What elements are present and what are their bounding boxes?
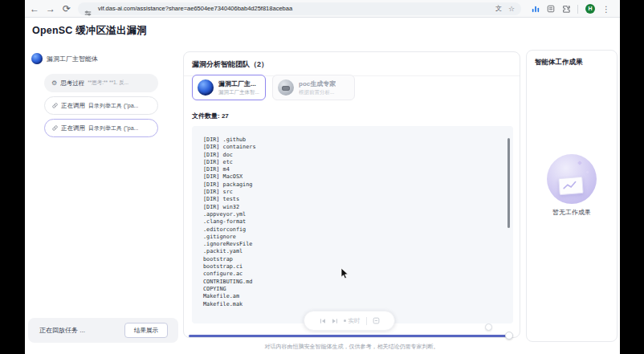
- scrubber-handle[interactable]: [505, 332, 513, 340]
- playback-status-text: 正在回放任务 ...: [39, 326, 85, 335]
- robot-avatar-icon: [278, 79, 294, 96]
- playbar-divider: [366, 317, 367, 325]
- toolbar-divider: [577, 5, 578, 14]
- step-tool-call-1[interactable]: 正在调用 目录列举工具 ("pa...: [44, 96, 158, 115]
- step-tool-call-2[interactable]: 正在调用 目录列举工具 ("pa...: [44, 119, 158, 137]
- analysis-panel: 漏洞分析智能团队（2） 漏洞工厂主... 漏洞工厂主体智... poc生成专家 …: [183, 51, 520, 338]
- show-results-button[interactable]: 结果展示: [124, 323, 168, 338]
- file-count-label: 文件数量: 27: [192, 112, 229, 120]
- step-label: 正在调用: [61, 102, 85, 110]
- realtime-label: 实时: [348, 317, 361, 325]
- realtime-toggle[interactable]: 实时: [344, 317, 361, 325]
- step-label: 思考过程: [60, 79, 84, 87]
- file-listing: [DIR] .github [DIR] containers [DIR] doc…: [192, 126, 513, 308]
- screen: ← → ⟳ vlf.das-ai.com/assistance?share=ae…: [0, 0, 644, 354]
- back-icon[interactable]: ←: [28, 0, 41, 18]
- step-thinking[interactable]: ⚙ 思考过程 **思考:** **1. 反...: [44, 74, 158, 92]
- forward-icon[interactable]: →: [44, 0, 57, 18]
- playback-bar: 实时: [304, 311, 395, 331]
- step-snippet: 目录列举工具 ("pa...: [88, 124, 138, 132]
- playback-status-card: 正在回放任务 ... 结果展示: [28, 318, 178, 343]
- address-bar[interactable]: vlf.das-ai.com/assistance?share=ae6504ee…: [78, 2, 521, 15]
- browser-window: ← → ⟳ vlf.das-ai.com/assistance?share=ae…: [25, 0, 620, 354]
- thinking-gear-icon: ⚙: [51, 79, 57, 87]
- timeline-scrubber[interactable]: [189, 335, 510, 337]
- reading-list-icon[interactable]: [547, 2, 555, 16]
- empty-state-illustration-icon: [546, 153, 597, 205]
- step-label: 正在调用: [61, 124, 85, 132]
- team-title: 漏洞分析智能团队（2）: [184, 52, 520, 76]
- chrome-menu-icon[interactable]: ⋮: [602, 5, 610, 14]
- site-settings-icon[interactable]: [84, 6, 92, 20]
- empty-results-text: 暂无工作成果: [527, 208, 617, 217]
- extensions-icon[interactable]: [562, 2, 570, 16]
- profile-avatar[interactable]: H: [585, 4, 595, 14]
- agent-card-poc[interactable]: poc生成专家 根据前置分析...: [272, 75, 355, 100]
- tool-link-icon: [52, 103, 58, 108]
- skip-to-start-icon[interactable]: [320, 318, 326, 324]
- agent-card-title: poc生成专家: [299, 79, 336, 88]
- agent-name: 漏洞工厂主智能体: [47, 55, 98, 63]
- insights-icon[interactable]: [532, 2, 540, 16]
- scrollbar-thumb[interactable]: [507, 138, 510, 228]
- agent-card-desc: 漏洞工厂主体智...: [218, 89, 259, 96]
- agent-avatar-icon: [198, 79, 214, 96]
- main-agent-row: 漏洞工厂主智能体: [31, 53, 98, 64]
- step-snippet: 目录列举工具 ("pa...: [88, 102, 138, 110]
- skip-to-end-icon[interactable]: [332, 318, 338, 324]
- tool-link-icon: [52, 125, 58, 131]
- results-panel: 智能体工作成果 暂无工作成果: [526, 50, 618, 342]
- results-panel-title: 智能体工作成果: [535, 58, 583, 67]
- agent-card-factory[interactable]: 漏洞工厂主... 漏洞工厂主体智...: [192, 75, 266, 100]
- step-snippet: **思考:** **1. 反...: [88, 79, 128, 87]
- url-text[interactable]: vlf.das-ai.com/assistance?share=ae6504ee…: [98, 2, 292, 15]
- agent-card-desc: 根据前置分析...: [299, 89, 336, 96]
- live-dot-icon: [344, 319, 346, 322]
- agent-card-title: 漏洞工厂主...: [218, 79, 259, 88]
- browser-toolbar: ← → ⟳ vlf.das-ai.com/assistance?share=ae…: [25, 0, 620, 18]
- scrubber-marker[interactable]: [485, 323, 492, 331]
- mouse-cursor: [340, 267, 350, 283]
- export-icon[interactable]: [373, 317, 380, 324]
- translate-icon[interactable]: 文: [495, 2, 502, 15]
- agent-avatar-icon: [31, 53, 43, 64]
- file-listing-block: [DIR] .github [DIR] containers [DIR] doc…: [192, 126, 513, 323]
- page-title: OpenSC 缓冲区溢出漏洞: [32, 24, 147, 38]
- reload-icon[interactable]: ⟳: [60, 0, 73, 18]
- bookmark-star-icon[interactable]: ☆: [508, 2, 515, 15]
- ai-disclaimer: 对话内容由恒脑安全智能体生成，仅供参考，相关结论仍需专家判断。: [183, 343, 520, 351]
